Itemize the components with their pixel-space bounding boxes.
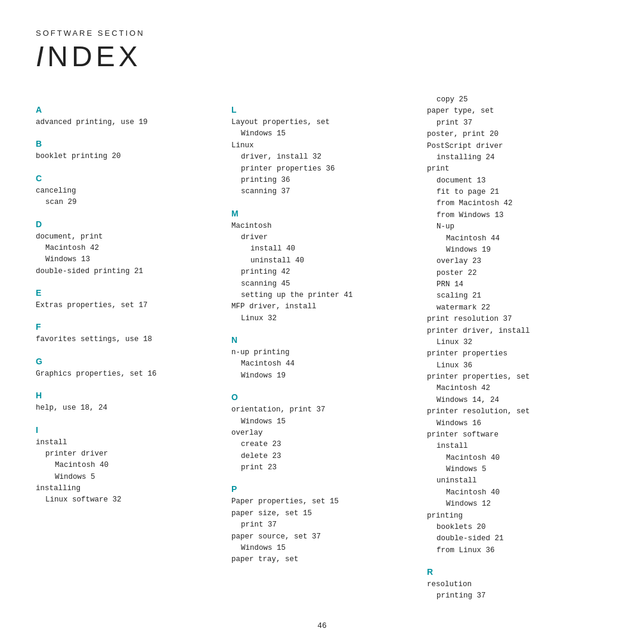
index-letter-c: C [36,174,217,183]
index-col-1: Aadvanced printing, use 19Bbooklet print… [36,94,231,602]
index-entry: printer resolution, set [427,406,608,417]
index-entry: poster 22 [427,268,608,279]
index-entry: booklets 20 [427,522,608,533]
index-entry: document 13 [427,175,608,187]
index-entry: printing [427,510,608,522]
index-letter-n: N [231,335,413,345]
page-number: 46 [317,621,327,630]
index-entry: Macintosh 40 [36,460,217,471]
index-entry: uninstall 40 [231,255,413,267]
index-entry: Paper properties, set 15 [231,496,413,507]
index-entry: from Windows 13 [427,210,608,221]
index-entry: watermark 22 [427,302,608,314]
index-entry: Linux 32 [427,337,608,348]
index-entry: from Macintosh 42 [427,198,608,209]
index-letter-i: I [36,425,217,435]
index-letter-f: F [36,322,217,332]
index-entry: from Linux 36 [427,545,608,556]
index-entry: Layout properties, set [231,117,413,128]
index-entry: N-up [427,221,608,233]
index-entry: Linux 36 [427,360,608,371]
index-letter-h: H [36,391,217,400]
index-entry: delete 23 [231,451,413,462]
index-entry: printer properties [427,348,608,360]
page-title: INDEX [36,40,608,73]
index-entry: overlay 23 [427,256,608,267]
index-entry: overlay [231,428,413,439]
title-italic: I [36,41,47,72]
index-entry: canceling [36,185,217,197]
index-entry: Linux software 32 [36,494,217,506]
index-entry: Macintosh 44 [427,233,608,244]
index-entry: Linux [231,140,413,151]
index-entry: copy 25 [427,94,608,106]
index-entry: paper source, set 37 [231,531,413,543]
index-entry: advanced printing, use 19 [36,117,217,128]
index-columns: Aadvanced printing, use 19Bbooklet print… [36,94,608,602]
index-entry: double-sided printing 21 [36,266,217,277]
section-label: Software Section [36,29,608,38]
index-entry: printing 37 [427,590,608,602]
index-entry: resolution [427,579,608,590]
index-entry: scan 29 [36,197,217,208]
index-entry: paper tray, set [231,554,413,565]
index-entry: setting up the printer 41 [231,290,413,301]
index-entry: driver, install 32 [231,151,413,163]
title-rest: NDEX [47,41,141,72]
index-entry: printer driver, install [427,326,608,337]
index-entry: install [36,437,217,448]
index-entry: Windows 16 [427,418,608,429]
index-entry: print 37 [427,117,608,129]
index-entry: create 23 [231,439,413,450]
index-entry: scaling 21 [427,290,608,302]
index-entry: Graphics properties, set 16 [36,369,217,380]
index-entry: printer driver [36,448,217,460]
index-entry: orientation, print 37 [231,404,413,416]
page-footer: 46 [36,621,608,630]
index-entry: installing [36,483,217,494]
index-entry: driver [231,232,413,243]
index-letter-b: B [36,139,217,148]
index-entry: print 37 [231,519,413,531]
index-letter-g: G [36,357,217,366]
index-entry: Windows 19 [231,370,413,382]
index-entry: paper size, set 15 [231,508,413,519]
index-entry: paper type, set [427,106,608,117]
index-entry: printer properties 36 [231,163,413,175]
index-entry: installing 24 [427,152,608,163]
index-entry: install 40 [231,243,413,255]
index-entry: poster, print 20 [427,129,608,140]
index-entry: printer properties, set [427,371,608,383]
index-entry: MFP driver, install [231,301,413,312]
index-entry: printer software [427,429,608,441]
index-entry: Windows 5 [36,472,217,483]
index-entry: PostScript driver [427,141,608,152]
index-entry: print resolution 37 [427,314,608,325]
index-entry: document, print [36,231,217,243]
index-entry: Windows 15 [231,416,413,428]
index-entry: fit to page 21 [427,187,608,198]
index-entry: printing 42 [231,267,413,278]
index-entry: double-sided 21 [427,533,608,544]
index-letter-m: M [231,209,413,218]
index-entry: uninstall [427,475,608,487]
index-letter-a: A [36,105,217,114]
index-entry: Windows 14, 24 [427,395,608,406]
index-entry: Windows 12 [427,499,608,510]
index-entry: Windows 15 [231,543,413,554]
index-entry: print [427,163,608,175]
index-entry: scanning 37 [231,186,413,197]
index-entry: Macintosh 44 [231,358,413,370]
index-entry: scanning 45 [231,278,413,290]
index-entry: Extras properties, set 17 [36,300,217,311]
index-entry: favorites settings, use 18 [36,334,217,345]
index-letter-p: P [231,484,413,494]
index-entry: Macintosh 40 [427,453,608,464]
index-letter-e: E [36,288,217,298]
index-letter-l: L [231,105,413,114]
index-entry: Macintosh 40 [427,487,608,499]
index-col-2: LLayout properties, setWindows 15Linuxdr… [231,94,427,602]
index-entry: Macintosh 42 [36,243,217,254]
index-entry: Windows 5 [427,464,608,475]
index-entry: Linux 32 [231,313,413,324]
